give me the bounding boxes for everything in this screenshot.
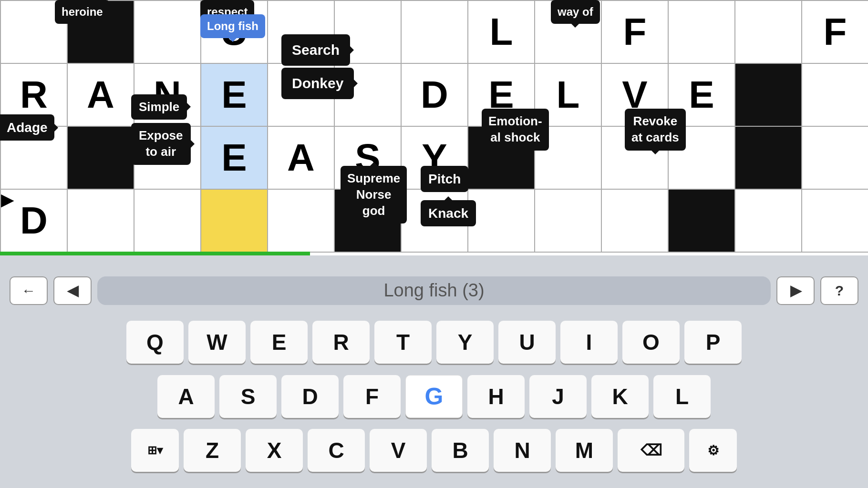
- clue-pitch[interactable]: Pitch: [421, 166, 468, 192]
- cell-r0-c10[interactable]: [669, 1, 735, 64]
- row3-left-arrow: ▶: [1, 190, 14, 210]
- clue-donkey[interactable]: Donkey: [281, 68, 354, 99]
- key-V[interactable]: V: [370, 429, 427, 472]
- keyboard: ← ◀ Long fish (3) ▶ ? Q W E R T Y U I O …: [0, 255, 868, 488]
- clue-long-fish[interactable]: Long fish: [200, 14, 265, 38]
- cell-r3-c10[interactable]: [669, 190, 735, 253]
- key-P[interactable]: P: [684, 321, 742, 364]
- cell-r2-c4[interactable]: A: [268, 127, 335, 190]
- key-O[interactable]: O: [622, 321, 680, 364]
- cell-r0-c6[interactable]: [402, 1, 468, 64]
- progress-bar: [0, 252, 310, 255]
- cell-r2-c12[interactable]: [802, 127, 868, 190]
- key-S[interactable]: S: [219, 375, 277, 418]
- key-L[interactable]: L: [653, 375, 711, 418]
- key-A[interactable]: A: [157, 375, 215, 418]
- cell-r3-c12[interactable]: [802, 190, 868, 253]
- key-M[interactable]: M: [556, 429, 613, 472]
- clue-revoke-at-cards[interactable]: Revokeat cards: [625, 109, 686, 151]
- cell-r3-c11[interactable]: [735, 190, 802, 253]
- cell-r3-c8[interactable]: [535, 190, 602, 253]
- prev-word-button[interactable]: ◀: [53, 276, 92, 305]
- cell-r3-c3[interactable]: [201, 190, 268, 253]
- cell-r3-c9[interactable]: [602, 190, 669, 253]
- key-X[interactable]: X: [246, 429, 303, 472]
- clue-emotional-shock[interactable]: Emotion-al shock: [482, 109, 549, 151]
- cell-r3-c1[interactable]: [68, 190, 134, 253]
- key-W[interactable]: W: [188, 321, 246, 364]
- cell-r2-c11[interactable]: [735, 127, 802, 190]
- cell-r1-c6[interactable]: D: [402, 64, 468, 127]
- cell-r0-c2[interactable]: [134, 1, 201, 64]
- key-F[interactable]: F: [343, 375, 401, 418]
- cell-r0-c9[interactable]: F: [602, 1, 669, 64]
- back-button[interactable]: ←: [10, 276, 48, 305]
- key-H[interactable]: H: [467, 375, 525, 418]
- clue-bar: ← ◀ Long fish (3) ▶ ?: [0, 272, 868, 310]
- cell-r0-c11[interactable]: [735, 1, 802, 64]
- key-backspace[interactable]: ⌫: [618, 429, 684, 472]
- cell-r1-c11[interactable]: [735, 64, 802, 127]
- clue-search[interactable]: Search: [281, 34, 350, 66]
- cell-r2-c1[interactable]: [68, 127, 134, 190]
- cell-r3-c7[interactable]: [468, 190, 535, 253]
- key-I[interactable]: I: [560, 321, 618, 364]
- key-T[interactable]: T: [374, 321, 432, 364]
- keyboard-row-3: ⊞▾ Z X C V B N M ⌫ ⚙: [131, 429, 737, 472]
- key-J[interactable]: J: [529, 375, 587, 418]
- keyboard-row-1: Q W E R T Y U I O P: [126, 321, 742, 364]
- clue-expose-to-air[interactable]: Exposeto air: [131, 123, 191, 165]
- key-Q[interactable]: Q: [126, 321, 184, 364]
- next-word-button[interactable]: ▶: [776, 276, 815, 305]
- key-Z[interactable]: Z: [184, 429, 241, 472]
- clue-heroine[interactable]: heroine: [55, 0, 110, 24]
- cell-r2-c3[interactable]: E: [201, 127, 268, 190]
- help-button[interactable]: ?: [820, 276, 858, 305]
- key-B[interactable]: B: [432, 429, 489, 472]
- key-special[interactable]: ⊞▾: [131, 429, 179, 472]
- clue-knack[interactable]: Knack: [421, 200, 476, 226]
- cell-r3-c2[interactable]: [134, 190, 201, 253]
- key-K[interactable]: K: [591, 375, 649, 418]
- cell-r1-c12[interactable]: [802, 64, 868, 127]
- key-C[interactable]: C: [308, 429, 365, 472]
- key-settings[interactable]: ⚙: [689, 429, 737, 472]
- key-G[interactable]: G: [405, 375, 463, 418]
- key-D[interactable]: D: [281, 375, 339, 418]
- key-U[interactable]: U: [498, 321, 556, 364]
- clue-supreme-norse-god[interactable]: SupremeNorsegod: [341, 166, 407, 224]
- key-R[interactable]: R: [312, 321, 370, 364]
- clue-adage[interactable]: Adage: [0, 114, 54, 141]
- cell-r0-c12[interactable]: F: [802, 1, 868, 64]
- clue-simple[interactable]: Simple: [131, 94, 187, 120]
- cell-r1-c1[interactable]: A: [68, 64, 134, 127]
- cell-r3-c4[interactable]: [268, 190, 335, 253]
- key-E[interactable]: E: [250, 321, 308, 364]
- clue-way-of[interactable]: way of: [551, 0, 600, 24]
- key-Y[interactable]: Y: [436, 321, 494, 364]
- key-N[interactable]: N: [494, 429, 551, 472]
- clue-bar-text: Long fish (3): [97, 276, 771, 305]
- cell-r1-c3[interactable]: E: [201, 64, 268, 127]
- cell-r0-c7[interactable]: L: [468, 1, 535, 64]
- keyboard-row-2: A S D F G H J K L: [157, 375, 711, 418]
